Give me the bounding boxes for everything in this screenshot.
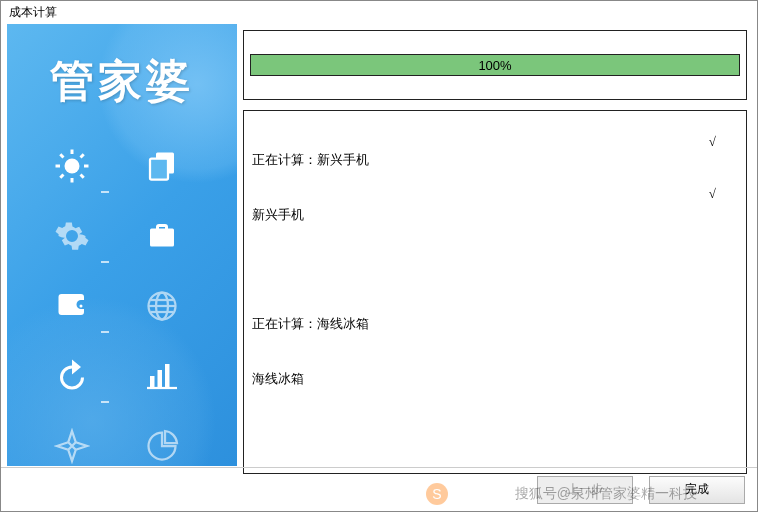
undo-icon <box>47 351 97 401</box>
finish-button[interactable]: 完成 <box>649 476 745 504</box>
prev-button[interactable]: 上一步 <box>537 476 633 504</box>
svg-line-7 <box>60 175 63 178</box>
sidebar-icon-grid <box>7 121 237 466</box>
star-icon <box>47 421 97 466</box>
briefcase-icon <box>137 211 187 261</box>
checkmark-icon: √ <box>709 185 716 203</box>
progress-text: 100% <box>478 58 511 73</box>
window-title: 成本计算 <box>1 1 757 24</box>
svg-rect-16 <box>150 376 155 388</box>
log-line: 正在计算：新兴手机 <box>252 151 738 169</box>
sidebar-panel: 管家婆 <box>7 24 237 466</box>
watermark-logo-icon: S <box>426 483 448 505</box>
svg-rect-17 <box>158 370 163 388</box>
checkmark-icon: √ <box>709 133 716 151</box>
main-content: 管家婆 <box>1 24 757 474</box>
svg-line-3 <box>60 154 63 157</box>
progress-container: 100% <box>243 30 747 100</box>
svg-rect-18 <box>165 364 170 388</box>
footer-bar: 上一步 完成 <box>1 467 757 511</box>
progress-bar: 100% <box>250 54 740 76</box>
globe-icon <box>137 281 187 331</box>
log-line: 正在计算：海线冰箱 <box>252 315 738 333</box>
log-output: 正在计算：新兴手机 新兴手机 √ 正在计算：海线冰箱 海线冰箱 √ 成本计算完成… <box>243 110 747 474</box>
brand-logo-text: 管家婆 <box>7 24 237 121</box>
svg-point-0 <box>65 159 80 174</box>
content-panel: 100% 正在计算：新兴手机 新兴手机 √ 正在计算：海线冰箱 海线冰箱 √ 成… <box>239 24 751 474</box>
log-line: 新兴手机 <box>252 206 738 224</box>
sun-icon <box>47 141 97 191</box>
svg-rect-10 <box>150 159 168 180</box>
gear-icon <box>47 211 97 261</box>
log-line: 海线冰箱 <box>252 370 738 388</box>
svg-line-4 <box>81 175 84 178</box>
svg-line-8 <box>81 154 84 157</box>
copy-icon <box>137 141 187 191</box>
wallet-icon <box>47 281 97 331</box>
bar-chart-icon <box>137 351 187 401</box>
pie-chart-icon <box>137 421 187 466</box>
